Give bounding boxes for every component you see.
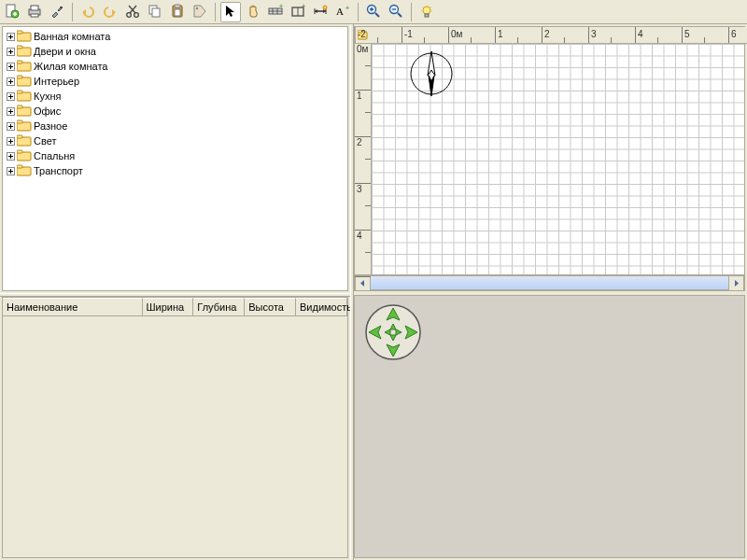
svg-rect-34 bbox=[17, 46, 22, 49]
expand-icon[interactable] bbox=[7, 152, 15, 161]
tree-item[interactable]: Разное bbox=[3, 119, 347, 133]
copy-icon bbox=[148, 4, 162, 21]
text-icon: A+ bbox=[335, 4, 350, 21]
tree-item-label: Транспорт bbox=[34, 165, 83, 176]
svg-rect-13 bbox=[175, 5, 180, 7]
column-header[interactable]: Высота bbox=[245, 298, 296, 316]
furniture-tree[interactable]: Ванная комнатаДвери и окнаЖилая комнатаИ… bbox=[2, 26, 348, 291]
bulb-icon bbox=[419, 4, 434, 21]
tree-item-label: Спальня bbox=[34, 150, 75, 161]
tree-item[interactable]: Транспорт bbox=[3, 163, 347, 178]
tag-button[interactable] bbox=[190, 2, 210, 22]
expand-icon[interactable] bbox=[7, 33, 15, 41]
ruler-y-tick: 4 bbox=[355, 231, 371, 277]
paste-button[interactable] bbox=[167, 2, 188, 22]
column-header[interactable]: Глубина bbox=[193, 298, 245, 316]
svg-point-24 bbox=[323, 6, 327, 9]
column-header[interactable]: Видимость bbox=[296, 298, 347, 316]
svg-text:+: + bbox=[345, 5, 349, 11]
zoom-in-button[interactable] bbox=[363, 2, 384, 22]
column-header[interactable]: Ширина bbox=[143, 298, 194, 316]
ruler-y-tick: 3 bbox=[355, 184, 371, 231]
ruler-y-tick: 0м bbox=[355, 44, 371, 91]
svg-text:+: + bbox=[302, 4, 305, 9]
new-button[interactable] bbox=[2, 2, 22, 22]
tree-item-label: Кухня bbox=[34, 91, 61, 102]
folder-icon bbox=[17, 45, 32, 59]
tree-item[interactable]: Кухня bbox=[3, 89, 347, 104]
tree-item[interactable]: Офис bbox=[3, 104, 347, 119]
tree-item[interactable]: Ванная комната bbox=[3, 29, 347, 44]
undo-button[interactable] bbox=[78, 2, 98, 22]
folder-icon bbox=[17, 149, 32, 163]
tree-item[interactable]: Интерьер bbox=[3, 74, 347, 89]
dimension-button[interactable] bbox=[310, 2, 331, 22]
wall-button[interactable]: + bbox=[265, 2, 286, 22]
main-area: Ванная комнатаДвери и окнаЖилая комнатаИ… bbox=[0, 24, 747, 560]
svg-point-5 bbox=[60, 7, 62, 8]
scroll-track[interactable] bbox=[371, 275, 728, 290]
compass-label: N bbox=[428, 44, 436, 46]
svg-marker-57 bbox=[735, 280, 739, 287]
copy-button[interactable] bbox=[145, 2, 165, 22]
tree-item[interactable]: Двери и окна bbox=[3, 44, 347, 59]
right-pane: -2-10м123456 0м1234 N bbox=[354, 24, 747, 560]
folder-icon bbox=[17, 60, 32, 74]
cut-button[interactable] bbox=[122, 2, 143, 22]
view-3d-panel[interactable] bbox=[354, 295, 745, 558]
table-body[interactable] bbox=[3, 316, 347, 557]
svg-marker-15 bbox=[194, 6, 205, 17]
plan-horizontal-scrollbar[interactable] bbox=[355, 274, 744, 290]
svg-rect-11 bbox=[152, 8, 160, 17]
nav-3d-control[interactable] bbox=[364, 303, 422, 363]
bulb-button[interactable] bbox=[416, 2, 437, 22]
room-button[interactable]: + bbox=[288, 2, 308, 22]
svg-text:+: + bbox=[279, 4, 283, 9]
table-header: НаименованиеШиринаГлубинаВысотаВидимость bbox=[3, 298, 347, 316]
svg-rect-48 bbox=[17, 150, 22, 153]
redo-button[interactable] bbox=[100, 2, 120, 22]
tree-item[interactable]: Свет bbox=[3, 133, 347, 148]
hand-button[interactable] bbox=[243, 2, 263, 22]
tag-icon bbox=[192, 4, 207, 21]
expand-icon[interactable] bbox=[7, 137, 15, 146]
text-button[interactable]: A+ bbox=[332, 2, 353, 22]
svg-rect-4 bbox=[31, 14, 38, 17]
left-pane: Ванная комнатаДвери и окнаЖилая комнатаИ… bbox=[0, 24, 350, 560]
settings-button[interactable] bbox=[47, 2, 67, 22]
print-button[interactable] bbox=[24, 2, 45, 22]
ruler-horizontal[interactable]: -2-10м123456 bbox=[356, 27, 747, 44]
scroll-left-button[interactable] bbox=[355, 275, 371, 291]
undo-icon bbox=[80, 4, 95, 21]
svg-rect-32 bbox=[17, 31, 22, 34]
pointer-button[interactable] bbox=[220, 2, 241, 22]
folder-icon bbox=[17, 105, 32, 119]
column-header[interactable]: Наименование bbox=[3, 298, 143, 316]
tree-item-label: Жилая комната bbox=[34, 61, 107, 72]
ruler-x-tick: 2 bbox=[543, 27, 589, 43]
svg-rect-14 bbox=[175, 9, 180, 16]
expand-icon[interactable] bbox=[7, 63, 15, 71]
folder-icon bbox=[17, 30, 32, 44]
expand-icon[interactable] bbox=[7, 77, 15, 86]
expand-icon[interactable] bbox=[7, 48, 15, 56]
svg-rect-40 bbox=[17, 91, 22, 93]
svg-point-8 bbox=[127, 12, 132, 17]
ruler-vertical[interactable]: 0м1234 bbox=[355, 44, 372, 274]
ruler-x-tick: 6 bbox=[729, 27, 747, 43]
folder-icon bbox=[17, 134, 32, 148]
expand-icon[interactable] bbox=[7, 107, 15, 116]
expand-icon[interactable] bbox=[7, 167, 15, 175]
expand-icon[interactable] bbox=[7, 122, 15, 131]
expand-icon[interactable] bbox=[7, 92, 15, 101]
plan-grid[interactable]: N bbox=[372, 44, 744, 274]
zoom-out-button[interactable] bbox=[386, 2, 406, 22]
tree-item-label: Интерьер bbox=[34, 76, 79, 87]
zoom-in-icon bbox=[366, 4, 381, 21]
scroll-right-button[interactable] bbox=[728, 275, 744, 291]
tree-item[interactable]: Жилая комната bbox=[3, 59, 347, 74]
dimension-icon bbox=[313, 4, 328, 21]
tree-item[interactable]: Спальня bbox=[3, 148, 347, 163]
svg-rect-38 bbox=[17, 76, 22, 78]
toolbar-separator bbox=[411, 3, 412, 21]
